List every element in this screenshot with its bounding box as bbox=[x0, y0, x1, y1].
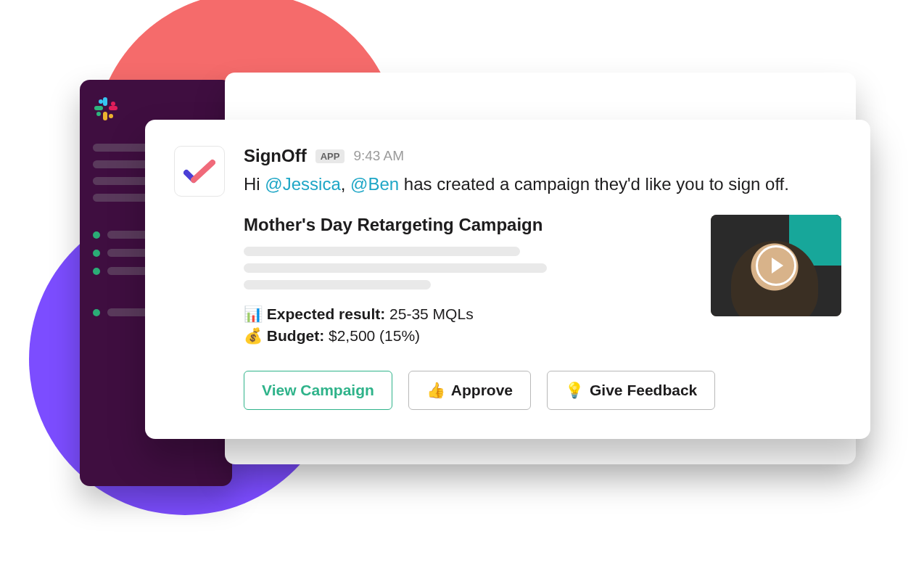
expected-result-row: 📊 Expected result: 25-35 MQLs bbox=[244, 305, 689, 323]
svg-point-5 bbox=[96, 112, 101, 116]
play-icon bbox=[756, 245, 796, 286]
svg-rect-1 bbox=[94, 106, 103, 110]
app-badge: APP bbox=[315, 149, 345, 163]
message-text: Hi @Jessica, @Ben has created a campaign… bbox=[244, 172, 841, 197]
campaign-title: Mother's Day Retargeting Campaign bbox=[244, 215, 689, 235]
mention-ben[interactable]: @Ben bbox=[350, 174, 399, 194]
lightbulb-icon: 💡 bbox=[565, 382, 584, 399]
approve-button[interactable]: 👍 Approve bbox=[408, 371, 531, 410]
view-campaign-button[interactable]: View Campaign bbox=[244, 371, 392, 410]
text-placeholder bbox=[244, 280, 431, 289]
svg-rect-3 bbox=[109, 106, 117, 110]
money-bag-icon: 💰 bbox=[244, 327, 263, 344]
mention-jessica[interactable]: @Jessica bbox=[265, 174, 340, 194]
button-label: View Campaign bbox=[262, 382, 374, 399]
expected-result-label: Expected result: bbox=[267, 305, 385, 322]
text-placeholder bbox=[244, 263, 547, 273]
message-text-part: , bbox=[341, 174, 350, 194]
app-name: SignOff bbox=[244, 146, 307, 166]
text-placeholder bbox=[244, 247, 520, 256]
message-card: SignOff APP 9:43 AM Hi @Jessica, @Ben ha… bbox=[145, 120, 870, 439]
message-text-part: has created a campaign they'd like you t… bbox=[399, 174, 789, 194]
svg-point-6 bbox=[109, 114, 113, 118]
signoff-logo-icon bbox=[183, 158, 215, 184]
presence-dot-icon bbox=[93, 309, 100, 316]
budget-label: Budget: bbox=[267, 327, 324, 344]
button-label: Give Feedback bbox=[590, 382, 697, 399]
budget-row: 💰 Budget: $2,500 (15%) bbox=[244, 327, 689, 345]
message-timestamp: 9:43 AM bbox=[353, 148, 404, 164]
slack-logo-icon bbox=[93, 96, 119, 122]
svg-rect-2 bbox=[103, 112, 107, 120]
presence-dot-icon bbox=[93, 231, 100, 239]
presence-dot-icon bbox=[93, 268, 100, 275]
svg-point-4 bbox=[99, 99, 103, 104]
svg-rect-0 bbox=[103, 97, 107, 106]
svg-point-7 bbox=[111, 102, 115, 106]
presence-dot-icon bbox=[93, 250, 100, 257]
bar-chart-icon: 📊 bbox=[244, 305, 263, 322]
expected-result-value: 25-35 MQLs bbox=[389, 305, 474, 322]
app-avatar bbox=[174, 146, 225, 197]
give-feedback-button[interactable]: 💡 Give Feedback bbox=[547, 371, 715, 410]
thumbs-up-icon: 👍 bbox=[426, 382, 445, 399]
button-label: Approve bbox=[451, 382, 513, 399]
message-text-part: Hi bbox=[244, 174, 265, 194]
video-thumbnail[interactable] bbox=[711, 215, 841, 316]
budget-value: $2,500 (15%) bbox=[329, 327, 420, 344]
